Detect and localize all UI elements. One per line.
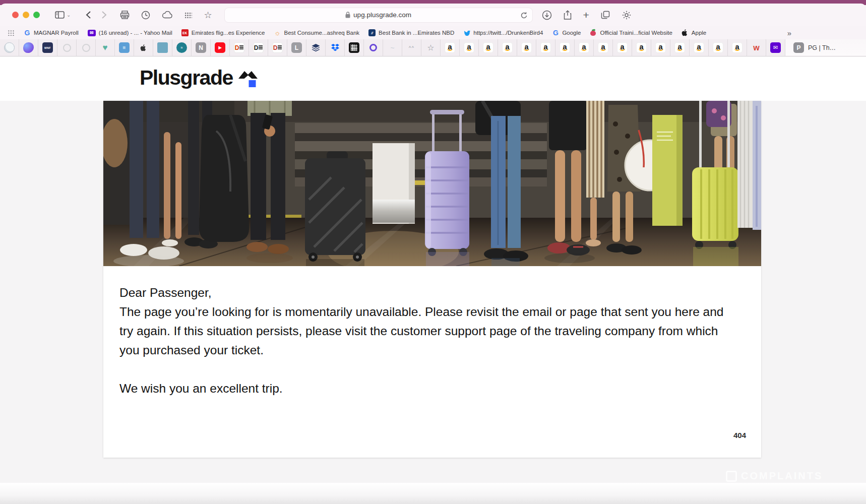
plusgrade-logo: Plusgrade xyxy=(140,68,258,91)
pinned-tab-chevrons[interactable]: ^^ xyxy=(402,39,421,56)
pinned-tab-dropbox[interactable] xyxy=(326,39,345,56)
pinned-tab-ai-blob[interactable] xyxy=(19,39,38,56)
bookmark-star-icon[interactable]: ☆ xyxy=(204,10,212,21)
sidebar-chevron-button[interactable]: ⌄ xyxy=(67,12,71,18)
bookmark-item-google[interactable]: GGoogle xyxy=(552,29,581,36)
pinned-tab-loading[interactable] xyxy=(57,39,77,56)
plusgrade-wordmark: Plusgrade xyxy=(140,68,233,88)
reload-icon[interactable] xyxy=(520,12,528,19)
office-doc-1-icon: D xyxy=(234,42,244,53)
error-page-card: Dear Passenger, The page you’re looking … xyxy=(103,101,761,458)
pinned-tab-mail-purple[interactable]: ✉ xyxy=(766,39,785,56)
mnf-navy-icon: MNF xyxy=(42,42,53,53)
sun-icon: ☼ xyxy=(274,29,281,36)
pinned-tab-amazon[interactable]: a xyxy=(460,39,479,56)
bookmark-label: MAGNAR Payroll xyxy=(34,30,79,36)
amazon-icon: a xyxy=(540,42,551,53)
back-button[interactable] xyxy=(86,11,91,19)
pinned-tab-amazon[interactable]: a xyxy=(441,39,460,56)
bookmark-item-best-consume-ashreq-bank[interactable]: ☼Best Consume...ashreq Bank xyxy=(274,29,360,36)
browser-toolbar: ⌄ ☆ xyxy=(0,4,866,26)
pinned-tab-l-gray[interactable]: L xyxy=(287,39,306,56)
pinned-tab-amazon[interactable]: a xyxy=(479,39,498,56)
pinned-tab-amazon[interactable]: a xyxy=(613,39,632,56)
address-bar[interactable]: upg.plusgrade.com xyxy=(224,8,533,23)
downloads-icon[interactable] xyxy=(542,10,552,20)
pinned-tab-amazon[interactable]: a xyxy=(690,39,709,56)
pinned-tab-loading[interactable] xyxy=(77,39,96,56)
pinned-tab-office-doc-1[interactable]: D xyxy=(230,39,249,56)
active-tab[interactable]: P PG | Th… xyxy=(785,39,866,56)
pinned-tab-youtube[interactable]: ▶ xyxy=(211,39,230,56)
zoom-window-button[interactable] xyxy=(33,12,40,18)
bookmark-item-emirates-flig-es-experience[interactable]: EKEmirates flig...es Experience xyxy=(181,29,265,36)
twitter-icon xyxy=(463,29,470,36)
pinned-tab-w-red[interactable]: w xyxy=(747,39,766,56)
pinned-tab-office-doc-2[interactable]: D xyxy=(249,39,268,56)
pinned-tab-notion-n[interactable]: N xyxy=(192,39,211,56)
sketch-globe-icon xyxy=(4,42,15,53)
amazon-icon: a xyxy=(732,42,743,53)
bookmark-label: Best Bank in ...Emirates NBD xyxy=(379,30,454,36)
pinned-tab-amazon[interactable]: a xyxy=(498,39,517,56)
share-icon[interactable] xyxy=(564,10,572,20)
pinned-tab-kiosk-blue[interactable]: ≡ xyxy=(115,39,134,56)
bookmark-item-magnar-payroll[interactable]: GMAGNAR Payroll xyxy=(24,29,79,36)
pinned-tab-mnf-navy[interactable]: MNF xyxy=(38,39,57,56)
pinned-tab-star-tab[interactable]: ☆ xyxy=(421,39,441,56)
pinned-tab-amazon[interactable]: a xyxy=(632,39,651,56)
hero-image xyxy=(103,101,761,266)
print-icon[interactable] xyxy=(120,11,130,19)
pinned-tab-office-doc-3[interactable]: D xyxy=(268,39,287,56)
new-tab-icon[interactable]: + xyxy=(583,10,589,20)
pinned-tab-amazon[interactable]: a xyxy=(709,39,728,56)
sidebar-toggle-button[interactable] xyxy=(55,11,65,19)
layers-navy-icon xyxy=(311,42,321,53)
error-message-block: Dear Passenger, The page you’re looking … xyxy=(103,266,761,398)
pinned-tab-amazon[interactable]: a xyxy=(517,39,536,56)
history-clock-icon[interactable] xyxy=(141,11,150,20)
apps-grid-icon xyxy=(8,30,15,36)
error-code: 404 xyxy=(733,431,746,439)
amazon-icon: a xyxy=(655,42,666,53)
forward-button[interactable] xyxy=(101,11,107,19)
bookmark-item-official-traini-ficial-website[interactable]: Official Traini...ficial Website xyxy=(590,29,672,36)
pinned-tab-amazon[interactable]: a xyxy=(728,39,747,56)
qr-black-icon xyxy=(349,42,359,53)
pinned-tab-amazon[interactable]: a xyxy=(594,39,613,56)
l-gray-icon: L xyxy=(291,42,302,53)
pinned-tab-qr-black[interactable] xyxy=(345,39,364,56)
pinned-tab-amazon[interactable]: a xyxy=(536,39,555,56)
plusgrade-mark-icon xyxy=(238,69,258,91)
pinned-tab-gp-heart[interactable]: ♥ xyxy=(96,39,115,56)
bookmarks-overflow-button[interactable]: » xyxy=(787,29,791,37)
bookmark-item-apple[interactable]: Apple xyxy=(682,29,706,36)
pinned-tab-amazon[interactable]: a xyxy=(575,39,594,56)
settings-gear-icon[interactable] xyxy=(622,10,632,20)
pinned-tab-layers-navy[interactable] xyxy=(306,39,326,56)
pinned-tab-amazon[interactable]: a xyxy=(670,39,690,56)
pinned-tab-sketch-globe[interactable] xyxy=(0,39,19,56)
pinned-tab-teal-circle[interactable]: ≈ xyxy=(172,39,192,56)
pinned-tab-dolphin[interactable]: ~ xyxy=(383,39,402,56)
tab-copies-icon[interactable] xyxy=(601,11,610,19)
bookmark-item-https-twitt-drunkenbird4[interactable]: https://twitt.../DrunkenBird4 xyxy=(463,29,543,36)
message-text: The page you’re looking for is momentari… xyxy=(119,302,739,360)
bookmark-label: Official Traini...ficial Website xyxy=(600,30,672,36)
close-window-button[interactable] xyxy=(12,12,19,18)
amazon-icon: a xyxy=(464,42,474,53)
bookmark-item--16-unread-yahoo-mail[interactable]: ✉(16 unread) - ... - Yahoo Mail xyxy=(88,30,172,36)
pinned-tab-swirl-purple[interactable] xyxy=(364,39,383,56)
pinned-tab-apple[interactable] xyxy=(134,39,153,56)
bookmark-item-best-bank-in-emirates-nbd[interactable]: //Best Bank in ...Emirates NBD xyxy=(368,29,454,36)
cloud-icon[interactable] xyxy=(162,11,173,19)
pinned-tab-amazon[interactable]: a xyxy=(651,39,670,56)
bookmarks-bar: GMAGNAR Payroll✉(16 unread) - ... - Yaho… xyxy=(0,26,866,39)
pinned-tab-amazon[interactable]: a xyxy=(555,39,575,56)
pinned-tab-teal-square[interactable] xyxy=(153,39,172,56)
w-red-icon: w xyxy=(751,42,762,53)
teal-square-icon xyxy=(157,42,168,53)
tab-overview-icon[interactable] xyxy=(184,12,192,18)
minimize-window-button[interactable] xyxy=(23,12,29,18)
bookmark-item-apps[interactable] xyxy=(8,30,15,36)
